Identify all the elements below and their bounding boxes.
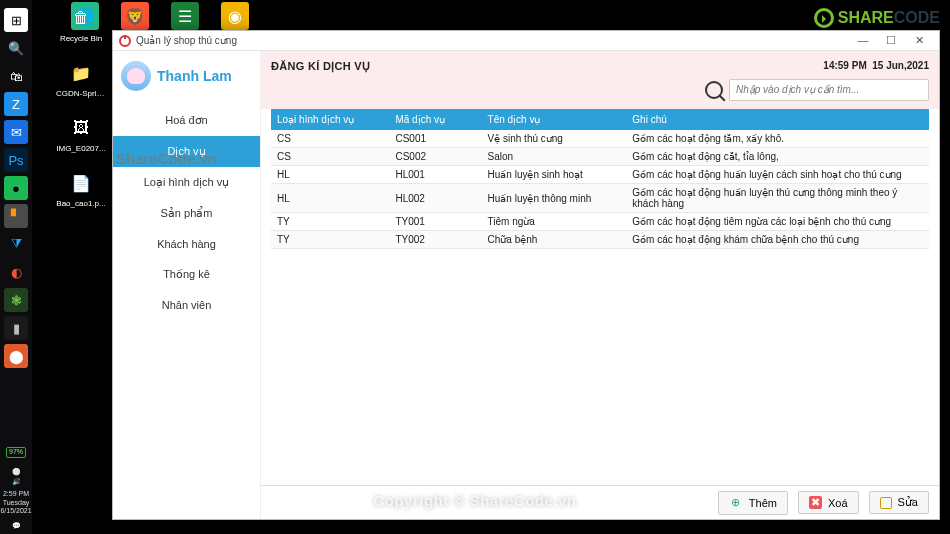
cell: HL002 (389, 184, 481, 213)
user-name: Thanh Lam (157, 68, 232, 84)
taskbar-zalo-icon[interactable]: Z (4, 92, 28, 116)
app-window: Quản lý shop thú cưng — ☐ ✕ Thanh Lam Ho… (112, 30, 940, 520)
window-minimize-button[interactable]: — (849, 34, 877, 47)
cell: HL (271, 184, 389, 213)
sidebar-item-hoadon[interactable]: Hoá đơn (113, 105, 260, 136)
taskbar-mail-icon[interactable]: ✉ (4, 120, 28, 144)
header-bar: ĐĂNG KÍ DỊCH VỤ 14:59 PM 15 Jun,2021 (261, 51, 939, 109)
service-table[interactable]: Loại hình dịch vụMã dịch vụTên dịch vụGh… (271, 109, 929, 249)
table-row[interactable]: CSCS001Vệ sinh thú cưngGồm các hoạt động… (271, 130, 929, 148)
sidebar: Thanh Lam Hoá đơnDịch vụLoại hình dịch v… (113, 51, 261, 519)
window-close-button[interactable]: ✕ (905, 34, 933, 47)
cell: HL (271, 166, 389, 184)
user-profile[interactable]: Thanh Lam (113, 51, 260, 105)
col-1[interactable]: Mã dịch vụ (389, 109, 481, 130)
desktop-icon-cgdn[interactable]: 📁CGDN-Sprin... (56, 59, 106, 98)
tray-sound-icon[interactable]: 🔊 (12, 478, 21, 486)
add-button[interactable]: ⊕ Thêm (718, 491, 788, 515)
delete-button[interactable]: ✖ Xoá (798, 491, 859, 514)
desktop-icon-baocao[interactable]: 📄Bao_cao1.p... (56, 169, 106, 208)
cell: Gồm các hoạt động cắt, tỉa lông, (626, 148, 929, 166)
desktop-launch-chrome[interactable]: ◉ (210, 2, 260, 32)
sidebar-item-nhanvien[interactable]: Nhân viên (113, 290, 260, 320)
taskbar-spotify-icon[interactable]: ● (4, 176, 28, 200)
service-table-wrap: Loại hình dịch vụMã dịch vụTên dịch vụGh… (261, 109, 939, 485)
cell: Chữa bệnh (482, 231, 627, 249)
cell: Gồm các hoạt động tắm, xấy khô. (626, 130, 929, 148)
sidebar-item-loaihinh[interactable]: Loại hình dịch vụ (113, 167, 260, 198)
edit-label: Sửa (898, 496, 918, 509)
cell: Gồm các hoạt động tiêm ngừa các loại bện… (626, 213, 929, 231)
cell: Tiêm ngừa (482, 213, 627, 231)
table-row[interactable]: TYTY001Tiêm ngừaGồm các hoạt động tiêm n… (271, 213, 929, 231)
sidebar-item-khachhang[interactable]: Khách hàng (113, 229, 260, 259)
delete-label: Xoá (828, 497, 848, 509)
taskbar-day: Tuesday (3, 499, 30, 507)
sidebar-item-dichvu[interactable]: Dịch vụ (113, 136, 260, 167)
table-row[interactable]: CSCS002SalonGồm các hoạt động cắt, tỉa l… (271, 148, 929, 166)
taskbar-term-icon[interactable]: ▮ (4, 316, 28, 340)
taskbar-system-tray: 97% ⚪ 🔊 2:59 PM Tuesday 6/15/2021 💬 (0, 447, 32, 530)
window-maximize-button[interactable]: ☐ (877, 34, 905, 47)
header-timestamp: 14:59 PM 15 Jun,2021 (823, 60, 929, 72)
edit-icon (880, 497, 892, 509)
table-row[interactable]: TYTY002Chữa bệnhGồm các hoạt động khám c… (271, 231, 929, 249)
app-logo-icon (119, 35, 131, 47)
battery-indicator: 97% (6, 447, 26, 457)
search-input[interactable] (729, 79, 929, 101)
taskbar-java-icon[interactable]: ⬤ (4, 344, 28, 368)
desktop-icon-recycle-bin[interactable]: 🗑Recycle Bin (56, 4, 106, 43)
desktop-launch-brave[interactable]: 🦁 (110, 2, 160, 32)
avatar-icon (121, 61, 151, 91)
cell: Gồm các hoạt động huấn luyện thú cưng th… (626, 184, 929, 213)
cell: HL001 (389, 166, 481, 184)
col-2[interactable]: Tên dịch vụ (482, 109, 627, 130)
cell: CS (271, 148, 389, 166)
taskbar-notifications-icon[interactable]: 💬 (12, 522, 21, 530)
taskbar-ps-icon[interactable]: Ps (4, 148, 28, 172)
taskbar-search-icon[interactable]: 🔍 (4, 36, 28, 60)
cell: Vệ sinh thú cưng (482, 130, 627, 148)
table-row[interactable]: HLHL002Huấn luyện thông minhGồm các hoạt… (271, 184, 929, 213)
sidebar-item-thongke[interactable]: Thống kê (113, 259, 260, 290)
cell: CS001 (389, 130, 481, 148)
taskbar-git-icon[interactable]: ◐ (4, 260, 28, 284)
cell: Gồm các hoạt động khám chữa bệnh cho thú… (626, 231, 929, 249)
delete-icon: ✖ (809, 496, 822, 509)
sidebar-item-sanpham[interactable]: Sản phẩm (113, 198, 260, 229)
cell: TY001 (389, 213, 481, 231)
taskbar-store-icon[interactable]: 🛍 (4, 64, 28, 88)
cell: TY (271, 213, 389, 231)
taskbar-time[interactable]: 2:59 PM (3, 490, 29, 498)
cell: CS002 (389, 148, 481, 166)
cell: Gồm các hoạt động huấn luyện cách sinh h… (626, 166, 929, 184)
window-title: Quản lý shop thú cưng (136, 35, 849, 46)
taskbar: ⊞🔍🛍Z✉Ps●▘⧩◐❃▮⬤ 97% ⚪ 🔊 2:59 PM Tuesday 6… (0, 0, 32, 534)
cell: Salon (482, 148, 627, 166)
table-body: CSCS001Vệ sinh thú cưngGồm các hoạt động… (271, 130, 929, 249)
desktop-icon-img[interactable]: 🖼IMG_E0207... (56, 114, 106, 153)
main: ĐĂNG KÍ DỊCH VỤ 14:59 PM 15 Jun,2021 (261, 51, 939, 519)
edit-button[interactable]: Sửa (869, 491, 929, 514)
titlebar[interactable]: Quản lý shop thú cưng — ☐ ✕ (113, 31, 939, 51)
taskbar-start-icon[interactable]: ⊞ (4, 8, 28, 32)
taskbar-sublime-icon[interactable]: ▘ (4, 204, 28, 228)
taskbar-bean-icon[interactable]: ❃ (4, 288, 28, 312)
add-icon: ⊕ (729, 496, 743, 510)
desktop-launch-excel[interactable]: ☰ (160, 2, 210, 32)
taskbar-date: 6/15/2021 (0, 507, 31, 515)
taskbar-vscode-icon[interactable]: ⧩ (4, 232, 28, 256)
cell: Huấn luyện sinh hoạt (482, 166, 627, 184)
search-icon (705, 81, 723, 99)
cell: TY (271, 231, 389, 249)
nav: Hoá đơnDịch vụLoại hình dịch vụSản phẩmK… (113, 105, 260, 320)
col-3[interactable]: Ghi chú (626, 109, 929, 130)
add-label: Thêm (749, 497, 777, 509)
table-header-row: Loại hình dịch vụMã dịch vụTên dịch vụGh… (271, 109, 929, 130)
col-0[interactable]: Loại hình dịch vụ (271, 109, 389, 130)
tray-wifi-icon[interactable]: ⚪ (12, 468, 21, 476)
cell: TY002 (389, 231, 481, 249)
cell: Huấn luyện thông minh (482, 184, 627, 213)
cell: CS (271, 130, 389, 148)
table-row[interactable]: HLHL001Huấn luyện sinh hoạtGồm các hoạt … (271, 166, 929, 184)
